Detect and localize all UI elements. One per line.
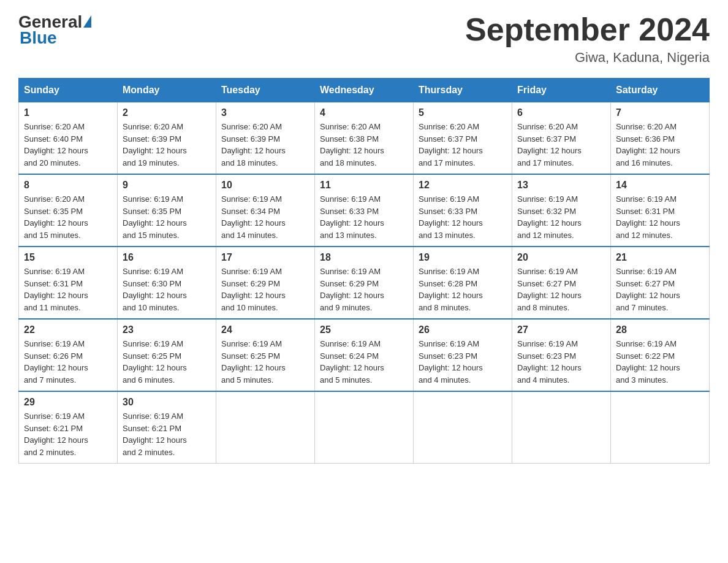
calendar-cell: 17Sunrise: 6:19 AMSunset: 6:29 PMDayligh…	[216, 247, 315, 319]
day-info: Sunrise: 6:19 AMSunset: 6:24 PMDaylight:…	[320, 338, 408, 386]
calendar-cell: 14Sunrise: 6:19 AMSunset: 6:31 PMDayligh…	[611, 174, 710, 247]
calendar-cell: 19Sunrise: 6:19 AMSunset: 6:28 PMDayligh…	[414, 247, 512, 319]
day-number: 9	[123, 180, 211, 191]
calendar-cell	[315, 391, 414, 464]
calendar-cell: 6Sunrise: 6:20 AMSunset: 6:37 PMDaylight…	[512, 102, 611, 175]
calendar-cell	[216, 391, 315, 464]
day-info: Sunrise: 6:19 AMSunset: 6:31 PMDaylight:…	[616, 193, 704, 241]
week-row-1: 1Sunrise: 6:20 AMSunset: 6:40 PMDaylight…	[19, 102, 710, 175]
day-info: Sunrise: 6:19 AMSunset: 6:23 PMDaylight:…	[517, 338, 605, 386]
day-info: Sunrise: 6:19 AMSunset: 6:27 PMDaylight:…	[517, 266, 605, 313]
day-number: 16	[123, 252, 211, 263]
calendar-subtitle: Giwa, Kaduna, Nigeria	[465, 50, 710, 66]
day-number: 25	[320, 324, 408, 335]
day-info: Sunrise: 6:19 AMSunset: 6:22 PMDaylight:…	[616, 338, 704, 386]
day-info: Sunrise: 6:19 AMSunset: 6:32 PMDaylight:…	[517, 193, 605, 241]
day-info: Sunrise: 6:20 AMSunset: 6:35 PMDaylight:…	[24, 193, 112, 241]
calendar-cell: 26Sunrise: 6:19 AMSunset: 6:23 PMDayligh…	[414, 319, 512, 391]
calendar-cell: 30Sunrise: 6:19 AMSunset: 6:21 PMDayligh…	[118, 391, 216, 464]
day-info: Sunrise: 6:19 AMSunset: 6:30 PMDaylight:…	[123, 266, 211, 313]
calendar-cell: 20Sunrise: 6:19 AMSunset: 6:27 PMDayligh…	[512, 247, 611, 319]
logo-text-blue: Blue	[20, 28, 57, 48]
calendar-cell: 29Sunrise: 6:19 AMSunset: 6:21 PMDayligh…	[19, 391, 118, 464]
calendar-cell	[512, 391, 611, 464]
day-number: 29	[24, 397, 112, 408]
day-number: 8	[24, 180, 112, 191]
calendar-cell: 1Sunrise: 6:20 AMSunset: 6:40 PMDaylight…	[19, 102, 118, 175]
calendar-cell: 8Sunrise: 6:20 AMSunset: 6:35 PMDaylight…	[19, 174, 118, 247]
day-number: 6	[517, 107, 605, 118]
day-number: 30	[123, 397, 211, 408]
day-info: Sunrise: 6:19 AMSunset: 6:21 PMDaylight:…	[24, 410, 112, 458]
day-number: 22	[24, 324, 112, 335]
day-info: Sunrise: 6:20 AMSunset: 6:39 PMDaylight:…	[221, 121, 309, 169]
calendar-cell: 18Sunrise: 6:19 AMSunset: 6:29 PMDayligh…	[315, 247, 414, 319]
calendar-cell: 3Sunrise: 6:20 AMSunset: 6:39 PMDaylight…	[216, 102, 315, 175]
calendar-cell: 13Sunrise: 6:19 AMSunset: 6:32 PMDayligh…	[512, 174, 611, 247]
logo-triangle-icon	[83, 15, 91, 28]
day-number: 26	[419, 324, 507, 335]
calendar-title: September 2024	[465, 12, 710, 47]
day-info: Sunrise: 6:20 AMSunset: 6:36 PMDaylight:…	[616, 121, 704, 169]
day-info: Sunrise: 6:20 AMSunset: 6:40 PMDaylight:…	[24, 121, 112, 169]
calendar-cell: 22Sunrise: 6:19 AMSunset: 6:26 PMDayligh…	[19, 319, 118, 391]
calendar-cell: 24Sunrise: 6:19 AMSunset: 6:25 PMDayligh…	[216, 319, 315, 391]
calendar-cell: 23Sunrise: 6:19 AMSunset: 6:25 PMDayligh…	[118, 319, 216, 391]
day-number: 23	[123, 324, 211, 335]
weekday-header-sunday: Sunday	[19, 79, 118, 102]
calendar-cell: 21Sunrise: 6:19 AMSunset: 6:27 PMDayligh…	[611, 247, 710, 319]
day-number: 24	[221, 324, 309, 335]
day-info: Sunrise: 6:20 AMSunset: 6:38 PMDaylight:…	[320, 121, 408, 169]
day-number: 27	[517, 324, 605, 335]
calendar-cell: 25Sunrise: 6:19 AMSunset: 6:24 PMDayligh…	[315, 319, 414, 391]
weekday-header-row: SundayMondayTuesdayWednesdayThursdayFrid…	[19, 79, 710, 102]
calendar-cell: 16Sunrise: 6:19 AMSunset: 6:30 PMDayligh…	[118, 247, 216, 319]
day-number: 15	[24, 252, 112, 263]
title-section: September 2024 Giwa, Kaduna, Nigeria	[465, 12, 710, 66]
calendar-cell: 5Sunrise: 6:20 AMSunset: 6:37 PMDaylight…	[414, 102, 512, 175]
calendar-cell: 2Sunrise: 6:20 AMSunset: 6:39 PMDaylight…	[118, 102, 216, 175]
day-info: Sunrise: 6:19 AMSunset: 6:27 PMDaylight:…	[616, 266, 704, 313]
day-number: 10	[221, 180, 309, 191]
calendar-cell: 12Sunrise: 6:19 AMSunset: 6:33 PMDayligh…	[414, 174, 512, 247]
weekday-header-monday: Monday	[118, 79, 216, 102]
day-number: 20	[517, 252, 605, 263]
day-info: Sunrise: 6:19 AMSunset: 6:34 PMDaylight:…	[221, 193, 309, 241]
day-info: Sunrise: 6:19 AMSunset: 6:28 PMDaylight:…	[419, 266, 507, 313]
day-number: 11	[320, 180, 408, 191]
day-info: Sunrise: 6:20 AMSunset: 6:39 PMDaylight:…	[123, 121, 211, 169]
day-info: Sunrise: 6:19 AMSunset: 6:33 PMDaylight:…	[320, 193, 408, 241]
weekday-header-friday: Friday	[512, 79, 611, 102]
day-number: 21	[616, 252, 704, 263]
day-number: 14	[616, 180, 704, 191]
day-info: Sunrise: 6:19 AMSunset: 6:23 PMDaylight:…	[419, 338, 507, 386]
week-row-2: 8Sunrise: 6:20 AMSunset: 6:35 PMDaylight…	[19, 174, 710, 247]
day-info: Sunrise: 6:19 AMSunset: 6:29 PMDaylight:…	[320, 266, 408, 313]
weekday-header-thursday: Thursday	[414, 79, 512, 102]
day-number: 17	[221, 252, 309, 263]
day-number: 5	[419, 107, 507, 118]
calendar-cell	[611, 391, 710, 464]
week-row-5: 29Sunrise: 6:19 AMSunset: 6:21 PMDayligh…	[19, 391, 710, 464]
calendar-cell: 4Sunrise: 6:20 AMSunset: 6:38 PMDaylight…	[315, 102, 414, 175]
weekday-header-wednesday: Wednesday	[315, 79, 414, 102]
day-number: 28	[616, 324, 704, 335]
day-number: 18	[320, 252, 408, 263]
page-header: General Blue September 2024 Giwa, Kaduna…	[18, 12, 710, 66]
day-number: 1	[24, 107, 112, 118]
day-info: Sunrise: 6:20 AMSunset: 6:37 PMDaylight:…	[419, 121, 507, 169]
day-info: Sunrise: 6:19 AMSunset: 6:25 PMDaylight:…	[221, 338, 309, 386]
day-info: Sunrise: 6:19 AMSunset: 6:31 PMDaylight:…	[24, 266, 112, 313]
calendar-cell: 11Sunrise: 6:19 AMSunset: 6:33 PMDayligh…	[315, 174, 414, 247]
day-number: 4	[320, 107, 408, 118]
calendar-cell: 15Sunrise: 6:19 AMSunset: 6:31 PMDayligh…	[19, 247, 118, 319]
day-info: Sunrise: 6:19 AMSunset: 6:25 PMDaylight:…	[123, 338, 211, 386]
day-number: 2	[123, 107, 211, 118]
day-info: Sunrise: 6:19 AMSunset: 6:29 PMDaylight:…	[221, 266, 309, 313]
calendar-table: SundayMondayTuesdayWednesdayThursdayFrid…	[18, 78, 710, 464]
calendar-cell: 7Sunrise: 6:20 AMSunset: 6:36 PMDaylight…	[611, 102, 710, 175]
day-info: Sunrise: 6:19 AMSunset: 6:21 PMDaylight:…	[123, 410, 211, 458]
day-info: Sunrise: 6:19 AMSunset: 6:35 PMDaylight:…	[123, 193, 211, 241]
day-info: Sunrise: 6:20 AMSunset: 6:37 PMDaylight:…	[517, 121, 605, 169]
calendar-cell: 10Sunrise: 6:19 AMSunset: 6:34 PMDayligh…	[216, 174, 315, 247]
